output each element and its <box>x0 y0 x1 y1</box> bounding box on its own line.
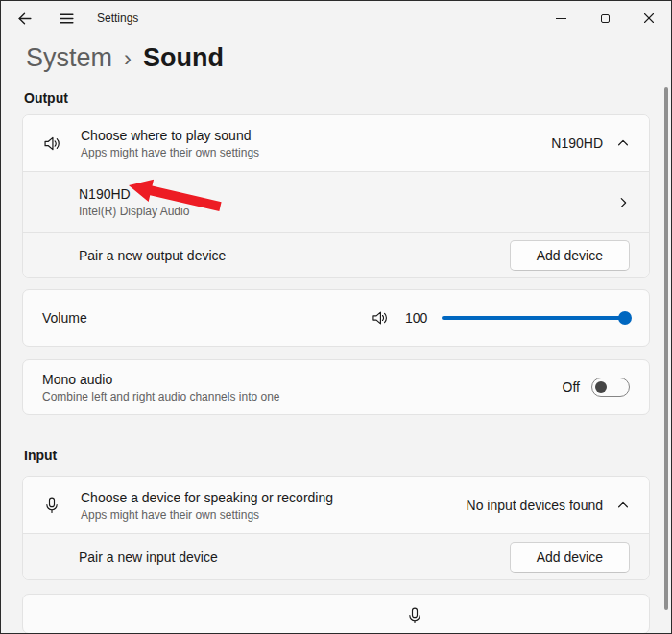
volume-slider-track <box>442 316 630 320</box>
volume-slider[interactable] <box>442 310 630 326</box>
chevron-up-icon <box>616 499 630 512</box>
pair-output-row: Pair a new output device Add device <box>23 232 649 277</box>
scrollbar[interactable] <box>664 87 668 626</box>
titlebar: Settings <box>1 1 671 36</box>
choose-input-row[interactable]: Choose a device for speaking or recordin… <box>23 477 649 533</box>
pair-input-label: Pair a new input device <box>79 549 218 565</box>
volume-speaker-icon <box>371 308 394 328</box>
output-section-header: Output <box>24 90 648 106</box>
output-device-row[interactable]: N190HD Intel(R) Display Audio <box>23 171 649 232</box>
selected-output-device: N190HD <box>551 135 603 151</box>
breadcrumb-separator: › <box>124 45 132 72</box>
breadcrumb-system[interactable]: System <box>26 43 112 73</box>
choose-input-title: Choose a device for speaking or recordin… <box>81 490 333 505</box>
speaker-icon <box>42 134 65 154</box>
volume-slider-thumb[interactable] <box>618 311 632 325</box>
scrollbar-thumb[interactable] <box>664 87 668 610</box>
mono-audio-title: Mono audio <box>42 372 280 387</box>
output-device-name: N190HD <box>79 186 189 202</box>
toggle-knob <box>595 381 607 393</box>
input-volume-card-partial <box>22 594 650 634</box>
pair-output-label: Pair a new output device <box>79 248 226 263</box>
microphone-icon <box>42 496 65 515</box>
minimize-button[interactable] <box>539 1 583 36</box>
hamburger-icon <box>59 11 75 27</box>
choose-output-row[interactable]: Choose where to play sound Apps might ha… <box>23 115 649 171</box>
input-device-expander: Choose a device for speaking or recordin… <box>22 476 650 580</box>
volume-label: Volume <box>42 310 87 326</box>
arrow-left-icon <box>16 11 33 27</box>
volume-card: Volume 100 <box>22 289 650 347</box>
maximize-button[interactable] <box>583 1 627 36</box>
maximize-icon <box>601 14 610 23</box>
choose-input-subtitle: Apps might have their own settings <box>81 508 333 522</box>
mono-audio-state: Off <box>563 379 580 395</box>
chevron-up-icon <box>616 136 630 150</box>
add-input-device-button[interactable]: Add device <box>510 542 630 573</box>
add-output-device-button[interactable]: Add device <box>510 240 630 271</box>
choose-output-title: Choose where to play sound <box>81 128 259 143</box>
choose-output-subtitle: Apps might have their own settings <box>81 146 259 159</box>
page-title: Sound <box>143 43 224 73</box>
close-icon <box>643 12 655 24</box>
navigation-menu-button[interactable] <box>47 2 85 35</box>
pair-input-row: Pair a new input device Add device <box>23 533 649 579</box>
mono-audio-subtitle: Combine left and right audio channels in… <box>42 390 280 403</box>
input-section-header: Input <box>24 448 648 463</box>
output-device-expander: Choose where to play sound Apps might ha… <box>22 114 650 278</box>
window-title: Settings <box>97 12 138 25</box>
mono-audio-toggle[interactable] <box>591 378 630 397</box>
input-device-status: No input devices found <box>467 498 603 513</box>
close-button[interactable] <box>627 1 671 36</box>
minimize-icon <box>556 18 566 19</box>
output-device-driver: Intel(R) Display Audio <box>79 205 189 218</box>
breadcrumb: System › Sound <box>1 36 671 73</box>
mono-audio-card: Mono audio Combine left and right audio … <box>22 359 650 415</box>
microphone-icon <box>405 606 424 625</box>
chevron-right-icon <box>616 196 630 209</box>
window-controls <box>539 1 671 36</box>
volume-value: 100 <box>405 310 430 326</box>
back-button[interactable] <box>5 2 43 35</box>
